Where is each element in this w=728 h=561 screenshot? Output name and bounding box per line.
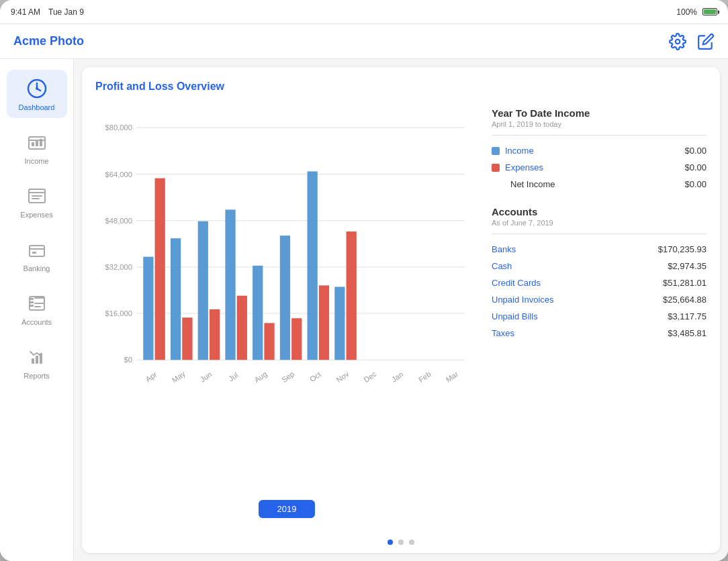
- year-badge[interactable]: 2019: [259, 500, 316, 518]
- ytd-income-label: Income: [492, 146, 534, 156]
- pagination-dot-2[interactable]: [398, 540, 404, 545]
- accounts-title: Accounts: [492, 206, 707, 217]
- svg-rect-5: [36, 141, 38, 146]
- sidebar-item-income[interactable]: Income: [7, 123, 67, 172]
- accounts-taxes-label[interactable]: Taxes: [492, 328, 514, 338]
- svg-rect-31: [210, 309, 220, 360]
- svg-text:Jun: Jun: [199, 370, 214, 383]
- pagination-dot-1[interactable]: [388, 540, 393, 545]
- svg-text:$0: $0: [124, 356, 132, 364]
- svg-rect-32: [225, 209, 235, 360]
- chart-title: Profit and Loss Overview: [95, 81, 478, 93]
- sidebar-item-expenses-label: Expenses: [20, 211, 52, 219]
- ytd-subtitle: April 1, 2019 to today: [492, 120, 707, 128]
- accounts-section: Accounts As of June 7, 2019 Banks $170,2…: [492, 206, 707, 342]
- sidebar-item-banking[interactable]: Banking: [7, 231, 67, 279]
- svg-text:Oct: Oct: [308, 370, 323, 383]
- svg-text:Nov: Nov: [335, 370, 351, 384]
- status-bar-right: 100%: [676, 7, 717, 17]
- accounts-cc-label[interactable]: Credit Cards: [492, 278, 541, 288]
- accounts-icon: [25, 291, 49, 315]
- device-frame: 9:41 AM Tue Jan 9 100% Acme Photo: [0, 0, 728, 561]
- svg-rect-35: [264, 323, 274, 360]
- accounts-unpaid-invoices-row: Unpaid Invoices $25,664.88: [492, 291, 707, 308]
- income-legend-dot: [492, 147, 500, 155]
- accounts-unpaid-bills-label[interactable]: Unpaid Bills: [492, 311, 538, 321]
- svg-rect-38: [308, 171, 318, 360]
- banking-icon: [25, 238, 49, 262]
- main-content: Dashboard Income: [0, 59, 728, 561]
- svg-text:Jul: Jul: [227, 371, 240, 383]
- ytd-net-label: Net Income: [492, 179, 555, 189]
- pagination-dots: [82, 531, 720, 553]
- svg-text:Jan: Jan: [390, 370, 405, 383]
- svg-rect-40: [334, 287, 345, 360]
- svg-rect-26: [143, 257, 153, 360]
- sidebar-item-income-label: Income: [24, 157, 48, 165]
- svg-text:Dec: Dec: [362, 370, 378, 384]
- svg-rect-4: [32, 142, 34, 146]
- sidebar-item-reports[interactable]: Reports: [7, 338, 67, 387]
- sidebar-item-dashboard-label: Dashboard: [19, 103, 55, 111]
- chart-area: $80,000 $64,000 $48,000 $32,000 $16,000 …: [95, 103, 478, 495]
- chart-year-selector: 2019: [95, 500, 478, 518]
- ytd-divider: [492, 135, 707, 136]
- battery-icon: [702, 8, 717, 15]
- chart-svg: $80,000 $64,000 $48,000 $32,000 $16,000 …: [95, 103, 478, 439]
- content-inner: Profit and Loss Overview $80,000: [82, 67, 720, 531]
- svg-text:Sep: Sep: [280, 370, 295, 384]
- accounts-subtitle: As of June 7, 2019: [492, 219, 707, 227]
- pagination-dot-3[interactable]: [409, 540, 414, 545]
- ytd-net-row: Net Income $0.00: [492, 176, 707, 193]
- accounts-cc-row: Credit Cards $51,281.01: [492, 274, 707, 291]
- sidebar: Dashboard Income: [0, 59, 74, 561]
- edit-icon[interactable]: [697, 33, 715, 50]
- svg-rect-39: [319, 285, 329, 360]
- sidebar-item-dashboard[interactable]: Dashboard: [7, 70, 67, 118]
- svg-text:Apr: Apr: [144, 370, 158, 383]
- ytd-income-value: $0.00: [684, 146, 707, 156]
- battery-percentage: 100%: [676, 7, 697, 17]
- accounts-taxes-row: Taxes $3,485.81: [492, 325, 707, 342]
- accounts-unpaid-bills-value: $3,117.75: [668, 311, 707, 321]
- accounts-unpaid-invoices-label[interactable]: Unpaid Invoices: [492, 295, 554, 305]
- status-bar: 9:41 AM Tue Jan 9 100%: [0, 0, 728, 24]
- svg-rect-41: [347, 232, 357, 360]
- content-panel: Profit and Loss Overview $80,000: [82, 67, 720, 553]
- sidebar-item-expenses[interactable]: Expenses: [7, 177, 67, 225]
- sidebar-item-accounts[interactable]: Accounts: [7, 285, 67, 333]
- svg-text:$64,000: $64,000: [105, 170, 132, 178]
- svg-rect-9: [32, 252, 36, 254]
- settings-icon[interactable]: [669, 33, 686, 50]
- svg-text:May: May: [171, 369, 187, 384]
- ytd-income-row: Income $0.00: [492, 142, 707, 159]
- accounts-unpaid-bills-row: Unpaid Bills $3,117.75: [492, 308, 707, 325]
- svg-text:Aug: Aug: [253, 370, 268, 384]
- app-title: Acme Photo: [13, 34, 84, 48]
- dashboard-icon: [25, 76, 49, 101]
- svg-rect-11: [32, 358, 34, 364]
- ytd-net-value: $0.00: [684, 179, 707, 189]
- accounts-divider: [492, 234, 707, 234]
- status-time: 9:41 AM: [11, 7, 40, 17]
- expenses-icon: [25, 184, 49, 208]
- svg-rect-30: [198, 221, 208, 360]
- svg-rect-33: [237, 296, 247, 360]
- ytd-expense-value: $0.00: [684, 162, 707, 172]
- svg-text:Mar: Mar: [445, 370, 460, 384]
- ytd-section: Year To Date Income April 1, 2019 to tod…: [492, 107, 707, 193]
- ytd-expense-row: Expenses $0.00: [492, 159, 707, 176]
- status-bar-left: 9:41 AM Tue Jan 9: [11, 7, 84, 17]
- income-icon: [25, 130, 49, 154]
- svg-rect-34: [253, 266, 263, 360]
- sidebar-item-reports-label: Reports: [24, 372, 50, 380]
- accounts-taxes-value: $3,485.81: [668, 328, 707, 338]
- accounts-cash-label[interactable]: Cash: [492, 261, 512, 271]
- sidebar-item-accounts-label: Accounts: [21, 318, 52, 326]
- status-date: Tue Jan 9: [48, 7, 84, 17]
- svg-point-2: [36, 87, 38, 90]
- accounts-banks-label[interactable]: Banks: [492, 244, 516, 254]
- ytd-title: Year To Date Income: [492, 107, 707, 119]
- ytd-expense-label: Expenses: [492, 162, 543, 172]
- svg-rect-28: [171, 238, 181, 360]
